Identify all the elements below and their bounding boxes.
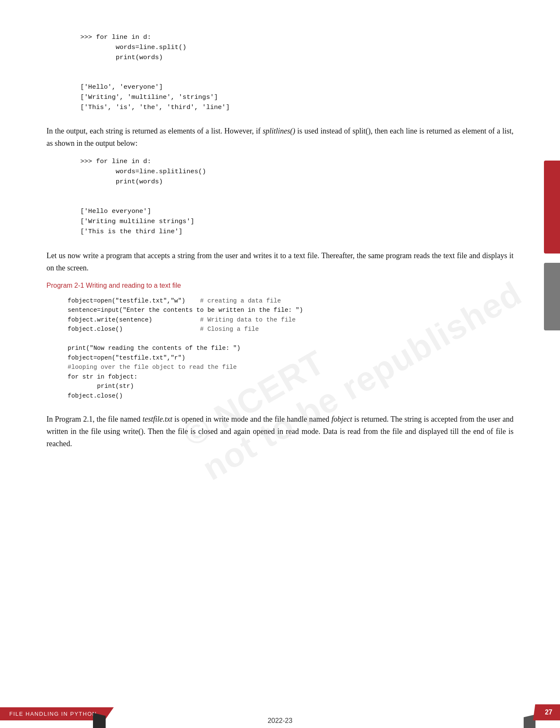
- paragraph-splitlines: In the output, each string is returned a…: [46, 125, 514, 150]
- code-block-program: fobject=open("testfile.txt","w") # creat…: [68, 296, 514, 401]
- page: © NCERTnot to be republished >>> for lin…: [0, 0, 560, 728]
- code-output-split: ['Hello', 'everyone'] ['Writing', 'multi…: [80, 82, 514, 112]
- comment-creating: # creating a data file: [200, 297, 281, 304]
- side-tab-gray: [544, 263, 560, 330]
- code-output-splitlines: ['Hello everyone'] ['Writing multiline s…: [80, 206, 514, 237]
- side-tab-red: [544, 161, 560, 254]
- italic-splitlines: splitlines(): [262, 127, 295, 135]
- footer-page-number: 27: [533, 704, 560, 720]
- comment-closing: # Closing a file: [200, 326, 259, 333]
- paragraph-program-intro: Let us now write a program that accepts …: [46, 250, 514, 274]
- code-block-split-loop: >>> for line in d: words=line.split() pr…: [80, 32, 514, 63]
- comment-writing: # Writing data to the file: [200, 316, 295, 323]
- paragraph-explanation: In Program 2.1, the file named testfile.…: [46, 413, 514, 450]
- footer-year: 2022-23: [268, 717, 292, 725]
- comment-looping: #looping over the file object to read th…: [68, 364, 237, 371]
- italic-testfile: testfile.txt: [142, 415, 172, 423]
- program-label: Program 2-1 Writing and reading to a tex…: [46, 282, 514, 289]
- italic-fobject: fobject: [331, 415, 352, 423]
- footer: File Handling in Python 2022-23 27: [0, 694, 560, 728]
- code-block-splitlines-loop: >>> for line in d: words=line.splitlines…: [80, 156, 514, 187]
